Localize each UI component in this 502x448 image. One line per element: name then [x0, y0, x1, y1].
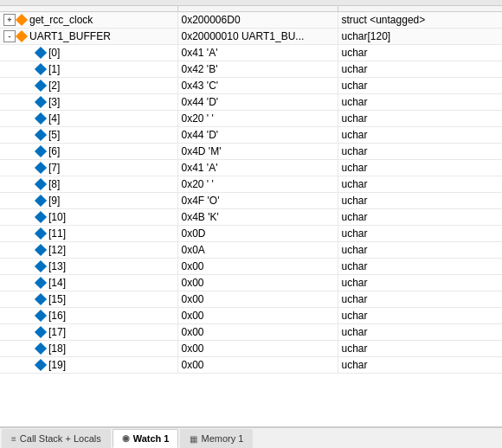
row-name-label: [2]	[48, 80, 60, 92]
table-row[interactable]: [19]0x00uchar	[0, 357, 502, 374]
diamond-blue	[35, 359, 47, 371]
type-cell: uchar	[338, 357, 502, 374]
name-cell: [7]	[0, 160, 177, 176]
name-cell: [1]	[0, 61, 177, 78]
row-name-label: [14]	[48, 277, 66, 289]
diamond-blue	[35, 310, 47, 322]
type-cell: uchar	[338, 209, 502, 226]
diamond-blue	[35, 260, 47, 272]
table-row[interactable]: [9]0x4F 'O'uchar	[0, 193, 502, 209]
type-cell: uchar	[338, 341, 502, 357]
collapse-icon[interactable]: -	[3, 30, 16, 42]
table-row[interactable]: [13]0x00uchar	[0, 259, 502, 275]
type-cell: uchar	[338, 78, 502, 94]
type-cell: uchar	[338, 242, 502, 259]
watch-table: +get_rcc_clock0x200006D0struct <untagged…	[0, 6, 502, 374]
table-row[interactable]: [12]0x0Auchar	[0, 242, 502, 259]
diamond-blue	[35, 293, 47, 305]
table-row[interactable]: [2]0x43 'C'uchar	[0, 78, 502, 94]
stack-icon: ≡	[11, 434, 16, 444]
row-name-label: [5]	[48, 129, 60, 141]
name-cell: [9]	[0, 193, 177, 209]
row-name-label: [17]	[48, 326, 66, 338]
row-name-label: [11]	[48, 227, 66, 240]
table-row[interactable]: [18]0x00uchar	[0, 341, 502, 357]
name-cell: [4]	[0, 111, 177, 127]
row-name-label: [6]	[48, 145, 60, 157]
row-name-label: [10]	[48, 211, 66, 223]
table-row[interactable]: [11]0x0Duchar	[0, 226, 502, 242]
diamond-blue	[35, 227, 47, 240]
watch-table-container: +get_rcc_clock0x200006D0struct <untagged…	[0, 6, 502, 427]
value-cell: 0x20 ' '	[177, 111, 338, 127]
table-row[interactable]: [10]0x4B 'K'uchar	[0, 209, 502, 226]
table-row[interactable]: [1]0x42 'B'uchar	[0, 61, 502, 78]
diamond-blue	[35, 162, 47, 174]
diamond-blue	[35, 326, 47, 338]
tab-call-stack-locals[interactable]: ≡Call Stack + Locals	[2, 429, 111, 448]
table-row[interactable]: -UART1_BUFFER0x20000010 UART1_BU...uchar…	[0, 29, 502, 45]
diamond-blue	[35, 129, 47, 141]
value-cell: 0x41 'A'	[177, 160, 338, 176]
table-row[interactable]: [14]0x00uchar	[0, 275, 502, 291]
value-cell: 0x00	[177, 341, 338, 357]
type-cell: uchar	[338, 144, 502, 160]
row-name-label: [16]	[48, 310, 66, 322]
type-cell: uchar	[338, 176, 502, 193]
table-row[interactable]: [3]0x44 'D'uchar	[0, 94, 502, 111]
name-cell: [18]	[0, 341, 177, 357]
diamond-blue	[35, 277, 47, 289]
value-cell: 0x44 'D'	[177, 94, 338, 111]
table-row[interactable]: [8]0x20 ' 'uchar	[0, 176, 502, 193]
row-name-label: [8]	[48, 178, 60, 190]
row-name-label: [1]	[48, 63, 60, 75]
name-cell: [13]	[0, 259, 177, 275]
diamond-blue	[35, 145, 47, 157]
bottom-tab-bar: ≡Call Stack + Locals◉Watch 1▦Memory 1	[0, 427, 502, 448]
value-cell: 0x00	[177, 308, 338, 324]
diamond-blue	[35, 80, 47, 92]
diamond-blue	[35, 96, 47, 108]
table-row[interactable]: [0]0x41 'A'uchar	[0, 45, 502, 61]
type-cell: uchar	[338, 45, 502, 61]
diamond-blue	[35, 342, 47, 355]
type-cell: uchar	[338, 193, 502, 209]
row-name-label: [9]	[48, 195, 60, 207]
diamond-blue	[35, 47, 47, 59]
row-name-label: get_rcc_clock	[29, 14, 93, 26]
name-cell: [6]	[0, 144, 177, 160]
name-cell: [12]	[0, 242, 177, 259]
table-row[interactable]: [16]0x00uchar	[0, 308, 502, 324]
name-cell: [11]	[0, 226, 177, 242]
expand-icon[interactable]: +	[3, 14, 16, 26]
name-cell: [19]	[0, 357, 177, 374]
diamond-orange	[16, 14, 28, 26]
table-row[interactable]: [5]0x44 'D'uchar	[0, 127, 502, 144]
diamond-blue	[35, 244, 47, 256]
tab-memory-1[interactable]: ▦Memory 1	[180, 429, 253, 448]
name-cell: -UART1_BUFFER	[0, 29, 177, 45]
name-cell: [10]	[0, 209, 177, 226]
type-cell: uchar[120]	[338, 29, 502, 45]
type-cell: uchar	[338, 226, 502, 242]
tab-label: Call Stack + Locals	[20, 433, 101, 444]
type-cell: struct <untagged>	[338, 12, 502, 29]
name-cell: [17]	[0, 324, 177, 341]
table-row[interactable]: +get_rcc_clock0x200006D0struct <untagged…	[0, 12, 502, 29]
table-row[interactable]: [7]0x41 'A'uchar	[0, 160, 502, 176]
value-cell: 0x4B 'K'	[177, 209, 338, 226]
row-name-label: [3]	[48, 96, 60, 108]
name-cell: [15]	[0, 291, 177, 308]
table-row[interactable]: [4]0x20 ' 'uchar	[0, 111, 502, 127]
type-cell: uchar	[338, 259, 502, 275]
table-row[interactable]: [6]0x4D 'M'uchar	[0, 144, 502, 160]
value-cell: 0x42 'B'	[177, 61, 338, 78]
type-cell: uchar	[338, 111, 502, 127]
diamond-blue	[35, 112, 47, 125]
value-cell: 0x00	[177, 324, 338, 341]
table-row[interactable]: [15]0x00uchar	[0, 291, 502, 308]
diamond-blue	[35, 195, 47, 207]
tab-watch-1[interactable]: ◉Watch 1	[113, 429, 179, 448]
table-row[interactable]: [17]0x00uchar	[0, 324, 502, 341]
value-cell: 0x4D 'M'	[177, 144, 338, 160]
